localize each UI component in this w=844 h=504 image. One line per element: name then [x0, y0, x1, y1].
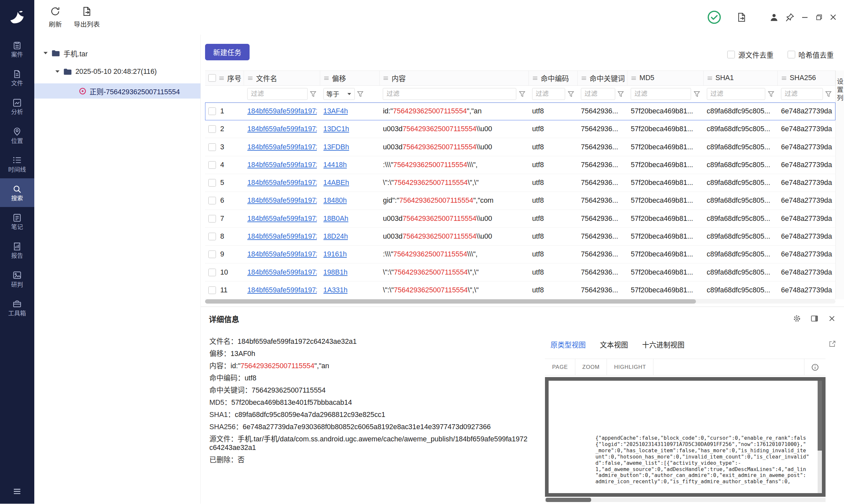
filename-link[interactable]: 184bf659afe599fa1972: [247, 286, 317, 294]
table-row[interactable]: 1184bf659afe599fa197213AF4hid:"756429362…: [205, 103, 836, 120]
table-row[interactable]: 8184bf659afe599fa197218D24hu003d75642936…: [205, 228, 836, 246]
license-check-icon[interactable]: [707, 10, 721, 24]
offset-link[interactable]: 19161h: [323, 250, 347, 258]
checkbox[interactable]: [727, 51, 735, 58]
filename-link[interactable]: 184bf659afe599fa1972: [247, 232, 317, 241]
table-row[interactable]: 6184bf659afe599fa197218480hgid":"7564293…: [205, 192, 836, 210]
chevron-down-icon[interactable]: [55, 69, 60, 74]
export-icon[interactable]: [736, 12, 747, 23]
filename-link[interactable]: 184bf659afe599fa1972: [247, 250, 317, 258]
row-checkbox[interactable]: [208, 286, 216, 294]
filter-funnel-icon[interactable]: [768, 90, 774, 97]
sidebar-item-notes[interactable]: 笔记: [0, 207, 34, 236]
row-checkbox[interactable]: [208, 125, 216, 133]
offset-link[interactable]: 13FDBh: [323, 143, 349, 151]
filter-input[interactable]: [532, 88, 565, 100]
filter-input[interactable]: [581, 88, 615, 100]
offset-link[interactable]: 18B0Ah: [323, 215, 348, 223]
offset-link[interactable]: 13AF4h: [323, 107, 348, 115]
filter-funnel-icon[interactable]: [519, 90, 525, 97]
column-settings-tab[interactable]: 设置列: [836, 71, 844, 299]
offset-link[interactable]: 13DC1h: [323, 125, 349, 133]
filename-link[interactable]: 184bf659afe599fa1972: [247, 161, 317, 169]
column-header-2[interactable]: 偏移: [320, 71, 380, 85]
filename-link[interactable]: 184bf659afe599fa1972: [247, 107, 317, 115]
filter-input[interactable]: [247, 88, 308, 100]
minimize-icon[interactable]: [801, 13, 809, 21]
filter-funnel-icon[interactable]: [693, 90, 700, 97]
detail-close-icon[interactable]: [828, 314, 836, 323]
offset-link[interactable]: 14418h: [323, 161, 347, 169]
offset-operator-select[interactable]: 等于: [323, 88, 355, 100]
scrollbar-thumb[interactable]: [205, 299, 696, 304]
filter-funnel-icon[interactable]: [309, 90, 317, 97]
preview-vertical-scrollbar[interactable]: [818, 381, 822, 493]
offset-link[interactable]: 198B1h: [323, 268, 348, 276]
sidebar-item-judgment[interactable]: 研判: [0, 265, 34, 293]
row-checkbox[interactable]: [208, 161, 216, 169]
table-row[interactable]: 10184bf659afe599fa1972198B1h\":\"7564293…: [205, 263, 836, 281]
user-icon[interactable]: [769, 13, 779, 22]
column-header-6[interactable]: MD5: [627, 71, 703, 85]
tree-node-group[interactable]: 2025-05-10 20:48:27(116): [34, 64, 200, 79]
tree-node-regex-result[interactable]: 正则-7564293625007115554: [34, 84, 200, 98]
offset-link[interactable]: 18D24h: [323, 232, 348, 241]
new-task-button[interactable]: 新建任务: [205, 44, 250, 60]
row-checkbox[interactable]: [208, 251, 216, 258]
external-link-icon[interactable]: [828, 340, 837, 348]
row-checkbox[interactable]: [208, 143, 216, 151]
table-row[interactable]: 9184bf659afe599fa197219161h:\\\"75642936…: [205, 246, 836, 263]
select-all-checkbox[interactable]: [208, 74, 216, 82]
sidebar-item-case[interactable]: 案件: [0, 35, 34, 63]
sidebar-item-analysis[interactable]: 分析: [0, 92, 34, 121]
sidebar-item-files[interactable]: 文件: [0, 63, 34, 92]
scrollbar-thumb[interactable]: [818, 381, 822, 450]
filename-link[interactable]: 184bf659afe599fa1972: [247, 179, 317, 187]
close-icon[interactable]: [829, 13, 838, 21]
dedupe-hash-checkbox[interactable]: 哈希值去重: [788, 50, 834, 60]
filter-funnel-icon[interactable]: [617, 90, 624, 97]
checkbox[interactable]: [788, 51, 795, 58]
filter-funnel-icon[interactable]: [825, 90, 832, 97]
filter-input[interactable]: [781, 88, 823, 100]
row-checkbox[interactable]: [208, 215, 216, 222]
viewer-button-highlight[interactable]: HIGHLIGHT: [607, 359, 653, 375]
horizontal-scrollbar[interactable]: [205, 299, 836, 304]
scrollbar-thumb[interactable]: [546, 498, 591, 502]
table-row[interactable]: 7184bf659afe599fa197218B0Ahu003d75642936…: [205, 210, 836, 228]
column-header-1[interactable]: 文件名: [244, 71, 320, 85]
sidebar-item-location[interactable]: 位置: [0, 121, 34, 150]
preview-document[interactable]: {"appendCache":false,"block_code":0,"cur…: [545, 377, 826, 497]
offset-link[interactable]: 18480h: [323, 196, 347, 205]
filename-link[interactable]: 184bf659afe599fa1972: [247, 143, 317, 151]
export-list-button[interactable]: 导出列表: [71, 6, 102, 28]
filename-link[interactable]: 184bf659afe599fa1972: [247, 268, 317, 276]
column-header-0[interactable]: 序号: [205, 71, 244, 85]
column-header-5[interactable]: 命中关键词: [578, 71, 627, 85]
filename-link[interactable]: 184bf659afe599fa1972: [247, 215, 317, 223]
viewer-tab-2[interactable]: 十六进制视图: [642, 339, 684, 349]
filter-funnel-icon[interactable]: [568, 90, 574, 97]
gear-icon[interactable]: [793, 314, 801, 323]
preview-horizontal-scrollbar[interactable]: [545, 498, 826, 502]
dedupe-source-checkbox[interactable]: 源文件去重: [727, 50, 773, 60]
sidebar-menu-button[interactable]: [0, 487, 34, 497]
filter-input[interactable]: [631, 88, 691, 100]
maximize-icon[interactable]: [815, 14, 823, 21]
offset-link[interactable]: 14ABEh: [323, 179, 349, 187]
table-row[interactable]: 5184bf659afe599fa197214ABEh\":\"75642936…: [205, 174, 836, 192]
pin-icon[interactable]: [785, 13, 795, 22]
filter-input[interactable]: [383, 88, 516, 100]
offset-link[interactable]: 1A331h: [323, 286, 348, 294]
filename-link[interactable]: 184bf659afe599fa1972: [247, 196, 317, 205]
column-header-7[interactable]: SHA1: [703, 71, 778, 85]
filter-input[interactable]: [707, 88, 766, 100]
viewer-tab-0[interactable]: 原类型视图: [551, 339, 586, 349]
viewer-tab-1[interactable]: 文本视图: [600, 339, 628, 349]
row-checkbox[interactable]: [208, 179, 216, 186]
viewer-button-page[interactable]: PAGE: [545, 359, 575, 375]
table-row[interactable]: 2184bf659afe599fa197213DC1hu003d75642936…: [205, 120, 836, 138]
column-header-8[interactable]: SHA256: [778, 71, 835, 85]
sidebar-item-search[interactable]: 搜索: [0, 178, 34, 207]
viewer-button-zoom[interactable]: ZOOM: [575, 359, 607, 375]
